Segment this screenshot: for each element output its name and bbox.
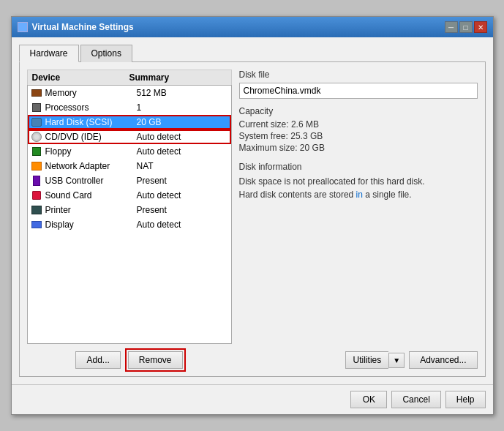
device-summary-processors: 1 <box>137 102 228 113</box>
tab-options[interactable]: Options <box>80 45 132 62</box>
disk-information-section: Disk information Disk space is not preal… <box>239 162 478 201</box>
capacity-section: Capacity Current size: 2.6 MB System fre… <box>239 106 478 154</box>
advanced-button[interactable]: Advanced... <box>409 351 477 369</box>
current-size-value: 2.6 MB <box>291 119 319 130</box>
cpu-icon <box>31 102 42 113</box>
right-panel: Disk file Capacity Current size: 2.6 MB … <box>239 70 478 369</box>
left-panel: Device Summary Memory 512 MB Processors … <box>27 70 232 369</box>
tab-hardware[interactable]: Hardware <box>19 45 79 62</box>
disk-file-input[interactable] <box>239 83 478 99</box>
disk-info-block: Disk space is not preallocated for this … <box>239 175 478 201</box>
device-name-cdrom: CD/DVD (IDE) <box>45 132 137 142</box>
system-free-line: System free: 25.3 GB <box>239 131 478 141</box>
device-summary-usb: Present <box>137 176 228 186</box>
memory-icon <box>31 87 42 99</box>
system-free-value: 25.3 GB <box>290 131 323 141</box>
capacity-info: Current size: 2.6 MB System free: 25.3 G… <box>239 119 478 153</box>
device-item-display[interactable]: Display Auto detect <box>28 217 231 232</box>
utilities-button[interactable]: Utilities ▼ <box>345 351 405 369</box>
sound-icon <box>31 190 42 201</box>
device-name-display: Display <box>45 220 137 230</box>
current-size-line: Current size: 2.6 MB <box>239 119 478 130</box>
utilities-dropdown-arrow[interactable]: ▼ <box>388 353 405 368</box>
device-item-floppy[interactable]: Floppy Auto detect <box>28 144 231 159</box>
device-item-usb[interactable]: USB Controller Present <box>28 173 231 188</box>
device-list: Memory 512 MB Processors 1 Hard Disk (SC… <box>27 85 232 344</box>
maximum-size-value: 20 GB <box>300 143 325 153</box>
device-name-processors: Processors <box>45 102 137 113</box>
device-item-processors[interactable]: Processors 1 <box>28 100 231 115</box>
title-bar-controls: ─ □ ✕ <box>445 21 487 33</box>
virtual-machine-settings-window: Virtual Machine Settings ─ □ ✕ Hardware … <box>11 16 494 415</box>
spacer <box>239 209 478 341</box>
remove-button[interactable]: Remove <box>128 351 183 369</box>
maximize-button[interactable]: □ <box>459 21 473 33</box>
device-item-network[interactable]: Network Adapter NAT <box>28 159 231 173</box>
printer-icon <box>31 204 42 216</box>
device-summary-network: NAT <box>137 161 228 171</box>
device-item-cdrom[interactable]: CD/DVD (IDE) Auto detect <box>28 130 231 144</box>
utilities-label[interactable]: Utilities <box>345 351 389 369</box>
device-action-buttons: Add... Remove <box>27 351 232 369</box>
device-item-memory[interactable]: Memory 512 MB <box>28 86 231 100</box>
window-icon <box>18 22 28 32</box>
network-icon <box>31 160 42 172</box>
col-summary-label: Summary <box>129 72 227 83</box>
system-free-label: System free: <box>239 131 288 141</box>
col-device-label: Device <box>32 72 129 83</box>
device-summary-memory: 512 MB <box>137 88 228 98</box>
tab-bar: Hardware Options <box>19 45 486 62</box>
device-summary-sound: Auto detect <box>137 190 228 200</box>
device-name-floppy: Floppy <box>45 146 137 157</box>
device-summary-floppy: Auto detect <box>137 146 228 157</box>
floppy-icon <box>31 146 42 157</box>
device-item-harddisk[interactable]: Hard Disk (SCSI) 20 GB <box>28 115 231 130</box>
device-name-usb: USB Controller <box>45 176 137 186</box>
right-action-buttons: Utilities ▼ Advanced... <box>239 351 478 369</box>
device-name-network: Network Adapter <box>45 161 137 171</box>
disk-icon <box>31 116 42 128</box>
bottom-bar: OK Cancel Help <box>12 384 493 414</box>
device-name-printer: Printer <box>45 205 137 215</box>
device-summary-harddisk: 20 GB <box>137 117 228 127</box>
device-item-sound[interactable]: Sound Card Auto detect <box>28 188 231 203</box>
minimize-button[interactable]: ─ <box>445 21 458 33</box>
link-text: in <box>356 190 363 200</box>
add-button[interactable]: Add... <box>75 351 120 369</box>
device-name-harddisk: Hard Disk (SCSI) <box>45 117 137 127</box>
cdrom-icon <box>31 131 42 143</box>
title-bar: Virtual Machine Settings ─ □ ✕ <box>12 17 493 37</box>
cancel-button[interactable]: Cancel <box>391 391 440 408</box>
capacity-label: Capacity <box>239 106 478 116</box>
title-bar-left: Virtual Machine Settings <box>18 22 134 32</box>
disk-info-line2: Hard disk contents are stored in a singl… <box>239 188 478 201</box>
disk-information-label: Disk information <box>239 162 478 172</box>
disk-file-label: Disk file <box>239 70 478 80</box>
current-size-label: Current size: <box>239 119 289 130</box>
device-item-printer[interactable]: Printer Present <box>28 203 231 217</box>
device-summary-display: Auto detect <box>137 220 228 230</box>
ok-button[interactable]: OK <box>350 391 387 408</box>
disk-file-section: Disk file <box>239 70 478 99</box>
content-area: Device Summary Memory 512 MB Processors … <box>19 62 486 377</box>
device-list-header: Device Summary <box>27 70 232 85</box>
window-title: Virtual Machine Settings <box>32 22 134 32</box>
maximum-size-label: Maximum size: <box>239 143 298 153</box>
device-name-sound: Sound Card <box>45 190 137 200</box>
usb-icon <box>31 175 42 187</box>
window-body: Hardware Options Device Summary Memory 5… <box>12 37 493 384</box>
device-name-memory: Memory <box>45 88 137 98</box>
device-summary-cdrom: Auto detect <box>137 132 228 142</box>
close-button[interactable]: ✕ <box>474 21 487 33</box>
disk-info-line1: Disk space is not preallocated for this … <box>239 175 478 188</box>
help-button[interactable]: Help <box>445 391 486 408</box>
device-summary-printer: Present <box>137 205 228 215</box>
maximum-size-line: Maximum size: 20 GB <box>239 143 478 153</box>
display-icon <box>31 219 42 231</box>
